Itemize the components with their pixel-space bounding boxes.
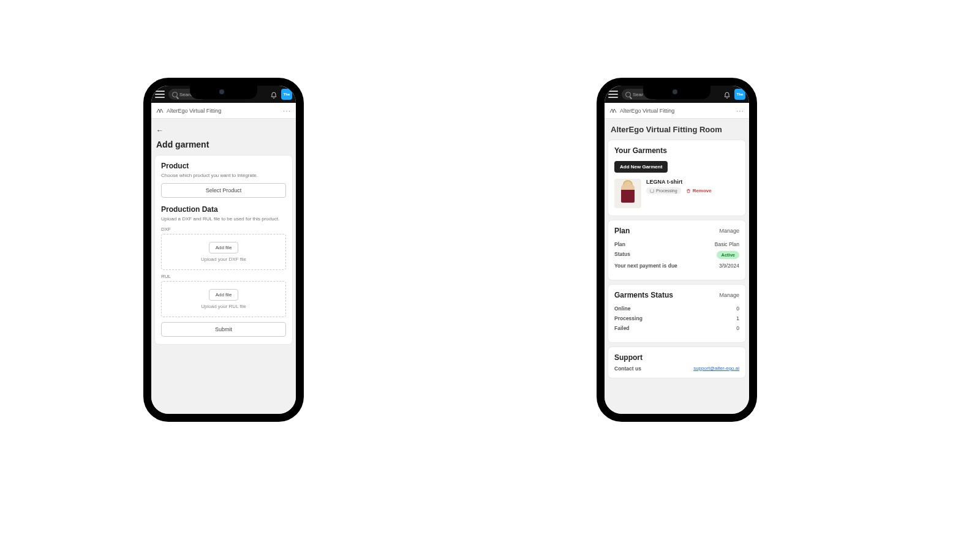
page-title: AlterEgo Virtual Fitting Room	[608, 124, 745, 140]
manage-plan-link[interactable]: Manage	[719, 228, 739, 234]
avatar[interactable]: The	[734, 89, 745, 100]
back-icon[interactable]: ←	[156, 126, 164, 135]
add-new-garment-button[interactable]: Add New Garment	[614, 161, 668, 173]
dxf-hint: Upload your DXF file	[165, 257, 282, 262]
add-file-button-rul[interactable]: Add file	[209, 289, 239, 301]
status-badge-active: Active	[717, 251, 739, 259]
search-icon	[172, 92, 178, 97]
menu-icon[interactable]	[155, 91, 165, 98]
page-title: Add garment	[155, 138, 292, 156]
brand-icon	[609, 108, 617, 113]
garment-thumbnail[interactable]	[614, 179, 641, 208]
garment-row: LEGNA t-shirt Processing Remove	[614, 179, 739, 208]
avatar[interactable]: The	[281, 89, 292, 100]
section-title-support: Support	[614, 353, 739, 362]
notch	[643, 86, 710, 99]
notch	[190, 86, 257, 99]
dxf-dropzone[interactable]: Add file Upload your DXF file	[161, 234, 286, 270]
screen-left: ← Add garment Product Choose which produ…	[151, 119, 296, 414]
processing-key: Processing	[614, 315, 643, 321]
phone-left: Searc The AlterEgo Virtual Fitting ··· ←…	[144, 78, 303, 421]
spinner-icon	[650, 189, 654, 193]
online-value: 0	[736, 305, 739, 312]
due-key: Your next payment is due	[614, 263, 677, 269]
manage-gstatus-link[interactable]: Manage	[719, 292, 739, 298]
section-desc-product: Choose which product you want to integra…	[161, 173, 286, 178]
section-title-product: Product	[161, 162, 286, 170]
online-key: Online	[614, 305, 630, 312]
submit-button[interactable]: Submit	[161, 322, 286, 337]
screen-right: AlterEgo Virtual Fitting Room Your Garme…	[605, 119, 749, 414]
app-name: AlterEgo Virtual Fitting	[620, 108, 733, 114]
section-title-gstatus: Garments Status	[614, 291, 673, 299]
garment-name: LEGNA t-shirt	[646, 179, 739, 185]
support-email-link[interactable]: support@alter-ego.ai	[693, 365, 739, 372]
brand-icon	[156, 108, 164, 113]
section-desc-production: Upload a DXF and RUL file to be used for…	[161, 216, 286, 222]
overflow-icon[interactable]: ···	[283, 107, 291, 115]
app-name: AlterEgo Virtual Fitting	[167, 108, 280, 114]
rul-dropzone[interactable]: Add file Upload your RUL file	[161, 281, 286, 317]
search-placeholder: Sear	[633, 92, 643, 97]
failed-key: Failed	[614, 325, 630, 331]
plan-key: Plan	[614, 241, 625, 247]
section-title-garments: Your Garments	[614, 146, 739, 155]
card-plan: Plan Manage PlanBasic Plan StatusActive …	[608, 220, 745, 280]
menu-icon[interactable]	[608, 91, 618, 98]
card-garments-status: Garments Status Manage Online0 Processin…	[608, 285, 745, 342]
rul-hint: Upload your RUL file	[165, 304, 282, 309]
remove-button[interactable]: Remove	[686, 188, 712, 193]
card-add-garment: Product Choose which product you want to…	[155, 156, 292, 344]
trash-icon	[686, 189, 691, 193]
due-value: 3/9/2024	[719, 263, 739, 269]
bell-icon[interactable]	[723, 91, 731, 98]
appbar: AlterEgo Virtual Fitting ···	[605, 103, 749, 119]
card-garments: Your Garments Add New Garment LEGNA t-sh…	[608, 140, 745, 216]
phone-right: Sear The AlterEgo Virtual Fitting ··· Al…	[597, 78, 756, 421]
status-key: Status	[614, 251, 630, 259]
add-file-button-dxf[interactable]: Add file	[209, 242, 239, 253]
overflow-icon[interactable]: ···	[736, 107, 744, 115]
select-product-button[interactable]: Select Product	[161, 183, 286, 198]
rul-label: RUL	[161, 274, 286, 279]
failed-value: 0	[736, 325, 739, 331]
status-text: Processing	[656, 189, 677, 193]
plan-value: Basic Plan	[715, 241, 739, 247]
contact-key: Contact us	[614, 365, 641, 372]
search-icon	[625, 92, 631, 97]
bell-icon[interactable]	[270, 91, 277, 98]
section-title-plan: Plan	[614, 227, 630, 235]
status-badge: Processing	[646, 187, 681, 194]
appbar: AlterEgo Virtual Fitting ···	[151, 103, 296, 119]
card-support: Support Contact us support@alter-ego.ai	[608, 347, 745, 378]
section-title-production: Production Data	[161, 205, 286, 214]
processing-value: 1	[736, 315, 739, 321]
dxf-label: DXF	[161, 227, 286, 232]
